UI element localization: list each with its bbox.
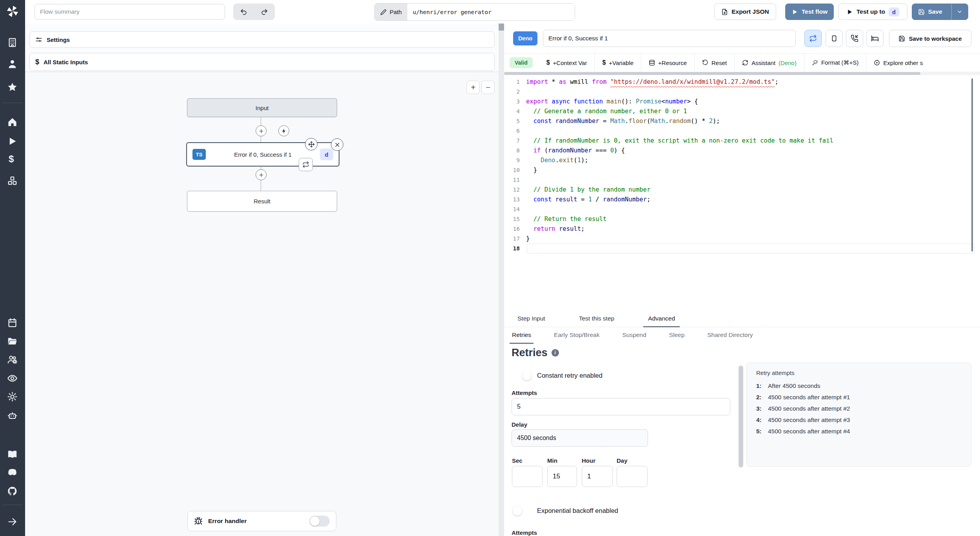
hour-input[interactable] <box>582 466 613 487</box>
flow-graph-canvas[interactable]: + − Input TS Error if 0, Success if 1 d … <box>25 72 499 536</box>
retries-scrollbar-thumb[interactable] <box>739 366 743 467</box>
assistant-lang-label: (Deno) <box>779 60 797 66</box>
add-variable-button[interactable]: $+Variable <box>594 54 641 72</box>
groups-users-icon[interactable] <box>7 354 18 365</box>
attempts-input[interactable] <box>512 398 730 415</box>
bug-icon <box>194 517 203 525</box>
schedules-calendar-icon[interactable] <box>7 317 18 328</box>
home-icon[interactable] <box>7 117 18 127</box>
add-step-button[interactable] <box>256 169 267 180</box>
runs-play-icon[interactable] <box>7 136 18 147</box>
play-icon <box>791 9 798 15</box>
add-resource-button[interactable]: +Resource <box>641 54 694 72</box>
audit-eye-icon[interactable] <box>7 373 18 384</box>
export-json-button[interactable]: Export JSON <box>714 4 776 20</box>
info-icon[interactable]: i <box>552 349 559 357</box>
test-flow-button[interactable]: Test flow <box>785 4 834 20</box>
add-trigger-button[interactable] <box>278 125 289 136</box>
chevron-down-icon <box>956 9 963 15</box>
min-input[interactable] <box>547 466 577 487</box>
tab-step-input[interactable]: Step Input <box>513 311 550 327</box>
flow-summary-input[interactable] <box>34 4 225 20</box>
day-input[interactable] <box>617 466 648 487</box>
error-handler-toggle[interactable] <box>309 516 330 527</box>
delay-input[interactable] <box>512 429 648 447</box>
sliders-icon <box>35 36 42 43</box>
discord-icon[interactable] <box>7 467 18 478</box>
windmill-logo-icon[interactable] <box>6 5 19 18</box>
step-title-input[interactable] <box>543 30 796 47</box>
save-split-button: Save <box>912 4 968 20</box>
undo-redo-group <box>233 4 275 20</box>
tab-test-this-step[interactable]: Test this step <box>574 311 619 327</box>
add-step-button[interactable] <box>256 125 267 136</box>
scrollbar-thumb[interactable] <box>504 72 920 75</box>
path-label: Path <box>375 4 407 20</box>
format-button[interactable]: Format (⌘+S) <box>804 54 866 72</box>
favorites-star-icon[interactable] <box>7 82 18 92</box>
sleep-toggle-button[interactable] <box>866 30 884 47</box>
plus-icon <box>258 172 264 178</box>
dollar-icon: $ <box>602 59 606 66</box>
workspace-icon[interactable] <box>7 37 18 48</box>
flow-settings-row[interactable]: Settings <box>29 31 495 48</box>
editor-overview-ruler[interactable] <box>971 78 973 252</box>
attempts-label-clipped: Attempts <box>512 529 537 536</box>
deno-language-badge: Deno <box>513 31 537 45</box>
subtab-suspend[interactable]: Suspend <box>620 327 648 344</box>
repeat-icon <box>809 34 817 42</box>
dollar-icon: $ <box>35 58 39 66</box>
move-step-button[interactable] <box>305 138 318 150</box>
sec-label: Sec <box>512 457 523 464</box>
save-icon <box>898 35 905 42</box>
workers-robot-icon[interactable] <box>7 410 18 421</box>
subtab-sleep[interactable]: Sleep <box>667 327 687 344</box>
sec-input[interactable] <box>512 466 543 487</box>
folders-icon[interactable] <box>7 336 18 347</box>
explore-scripts-button[interactable]: Explore other s <box>866 54 930 72</box>
tab-advanced[interactable]: Advanced <box>643 311 680 327</box>
stop-square-icon <box>830 34 838 42</box>
subtab-early-stop[interactable]: Early Stop/Break <box>552 327 602 344</box>
input-node[interactable]: Input <box>187 98 337 117</box>
suspend-toggle-button[interactable] <box>846 30 863 47</box>
step-retry-indicator[interactable] <box>299 158 313 171</box>
retry-attempt-item: 4:4500 seconds after attempt #3 <box>756 414 962 426</box>
resources-boxes-icon[interactable] <box>7 176 18 186</box>
test-up-to-button[interactable]: Test up to d <box>838 4 907 20</box>
undo-button[interactable] <box>233 4 254 20</box>
subtab-shared-directory[interactable]: Shared Directory <box>705 327 755 344</box>
save-button[interactable]: Save <box>913 4 947 20</box>
zoom-in-button[interactable]: + <box>466 81 480 94</box>
result-node[interactable]: Result <box>187 191 337 212</box>
early-stop-toggle-button[interactable] <box>826 30 843 47</box>
toolbar-scrollbar[interactable] <box>504 72 980 75</box>
code-editor[interactable]: 1import * as wmill from "https://deno.la… <box>504 75 980 311</box>
add-context-var-button[interactable]: $+Context Var <box>539 54 595 72</box>
reset-button[interactable]: Reset <box>694 54 734 72</box>
error-handler-row[interactable]: Error handler <box>187 511 336 531</box>
delete-step-button[interactable] <box>331 138 343 151</box>
panel-splitter[interactable] <box>499 24 504 536</box>
save-icon <box>918 9 925 15</box>
user-icon[interactable] <box>7 59 18 69</box>
step-node[interactable]: TS Error if 0, Success if 1 d <box>186 142 339 167</box>
retry-attempts-title: Retry attempts <box>756 369 962 376</box>
splitter-handle[interactable] <box>499 24 504 31</box>
redo-button[interactable] <box>254 4 275 20</box>
zoom-out-button[interactable]: − <box>481 81 495 94</box>
expand-sidebar-arrow-icon[interactable] <box>7 516 18 527</box>
step-editor-panel: Deno Save to workspace Valid $+Context V… <box>504 24 980 536</box>
subtab-retries[interactable]: Retries <box>510 327 534 344</box>
path-input[interactable] <box>407 4 575 20</box>
assistant-button[interactable]: Assistant (Deno) <box>734 54 804 72</box>
settings-gear-icon[interactable] <box>7 391 18 402</box>
github-icon[interactable] <box>7 486 18 496</box>
variables-dollar-icon[interactable]: $ <box>9 154 19 164</box>
docs-book-icon[interactable] <box>7 449 18 460</box>
save-dropdown-button[interactable] <box>951 4 967 20</box>
retries-toggle-button[interactable] <box>804 30 822 47</box>
sidebar-divider <box>2 103 23 103</box>
all-static-inputs-row[interactable]: $ All Static Inputs <box>29 53 495 71</box>
save-to-workspace-button[interactable]: Save to workspace <box>889 30 971 47</box>
